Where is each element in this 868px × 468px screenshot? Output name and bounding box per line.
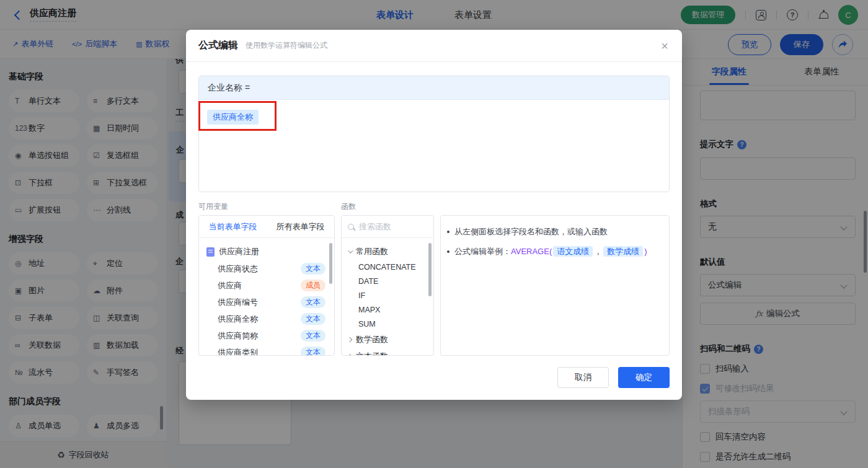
variable-type-badge: 文本 bbox=[301, 263, 326, 275]
bullet-dot bbox=[447, 231, 450, 233]
expand-chevron-icon bbox=[347, 337, 352, 342]
example-field-chip: 数学成绩 bbox=[603, 246, 643, 257]
formula-editor: 企业名称 = 供应商全称 bbox=[198, 76, 670, 192]
variable-name: 供应商状态 bbox=[218, 263, 258, 275]
expand-chevron-icon bbox=[347, 353, 352, 356]
variable-row[interactable]: 供应商编号 文本 bbox=[199, 294, 334, 311]
variables-panel: 当前表单字段 所有表单字段 供应商注册 供应商状态 文本 bbox=[198, 215, 335, 356]
variable-type-badge: 文本 bbox=[301, 313, 326, 325]
variables-root-label: 供应商注册 bbox=[219, 246, 259, 257]
variable-row[interactable]: 供应商全称 文本 bbox=[199, 311, 334, 327]
function-tree-row[interactable]: SUM bbox=[342, 317, 433, 331]
form-document-icon bbox=[206, 247, 215, 257]
functions-panel: 常用函数 CONCATENATE DATE IF bbox=[341, 215, 434, 356]
formula-field-chip[interactable]: 供应商全称 bbox=[207, 110, 259, 125]
tab-all-form-fields[interactable]: 所有表单字段 bbox=[267, 216, 334, 237]
functions-tree: 常用函数 CONCATENATE DATE IF bbox=[342, 238, 433, 356]
function-tree-row[interactable]: MAPX bbox=[342, 302, 433, 317]
formula-help-panel: 从左侧面板选择字段名和函数，或输入函数 公式编辑举例：AVERAGE(语文成绩，… bbox=[440, 215, 670, 356]
variable-name: 供应商编号 bbox=[218, 297, 258, 308]
variable-type-badge: 文本 bbox=[301, 296, 326, 308]
help-tip-2: 公式编辑举例：AVERAGE(语文成绩，数学成绩) bbox=[447, 245, 660, 258]
example-field-chip: 语文成绩 bbox=[553, 246, 593, 257]
variables-tabs: 当前表单字段 所有表单字段 bbox=[199, 216, 334, 238]
modal-subtitle: 使用数学运算符编辑公式 bbox=[246, 40, 327, 51]
modal-header: 公式编辑 使用数学运算符编辑公式 × bbox=[186, 30, 682, 62]
help-tip-1-text: 从左侧面板选择字段名和函数，或输入函数 bbox=[454, 226, 608, 238]
modal-footer: 取消 确定 bbox=[557, 367, 670, 388]
close-icon[interactable]: × bbox=[661, 40, 668, 52]
function-tree-row[interactable]: 常用函数 bbox=[342, 243, 433, 260]
variables-root-node[interactable]: 供应商注册 bbox=[199, 243, 334, 260]
variables-rows: 供应商状态 文本 供应商 成员 供应商编号 文本 bbox=[199, 260, 334, 356]
variables-scrollbar-thumb[interactable] bbox=[329, 243, 332, 284]
variable-type-badge: 文本 bbox=[301, 330, 326, 342]
function-row-label: 常用函数 bbox=[356, 246, 388, 257]
example-function-open: AVERAGE( bbox=[511, 247, 552, 256]
functions-scrollbar-thumb[interactable] bbox=[428, 243, 432, 296]
example-function-close: ) bbox=[644, 247, 647, 256]
variable-row[interactable]: 供应商简称 文本 bbox=[199, 327, 334, 344]
variable-row[interactable]: 供应商类别 文本 bbox=[199, 344, 334, 356]
variables-label: 可用变量 bbox=[198, 201, 228, 212]
variable-name: 供应商 bbox=[218, 280, 242, 291]
function-row-label: CONCATENATE bbox=[358, 263, 416, 272]
function-tree-row[interactable]: IF bbox=[342, 288, 433, 302]
function-tree-row[interactable]: DATE bbox=[342, 274, 433, 288]
variable-name: 供应商全称 bbox=[218, 314, 258, 325]
variable-row[interactable]: 供应商 成员 bbox=[199, 277, 334, 294]
expand-chevron-icon bbox=[348, 248, 353, 253]
app-window: 供应商注册 表单设计 表单设置 数据管理 ? C ↗ 表单外链 bbox=[0, 0, 868, 468]
tab-current-form-fields[interactable]: 当前表单字段 bbox=[199, 216, 267, 237]
variable-type-badge: 文本 bbox=[301, 347, 326, 356]
function-row-label: SUM bbox=[358, 320, 376, 329]
variables-tree: 供应商注册 供应商状态 文本 供应商 成员 bbox=[199, 238, 334, 356]
bullet-dot bbox=[447, 250, 450, 253]
functions-label: 函数 bbox=[341, 201, 356, 212]
variable-name: 供应商类别 bbox=[218, 347, 258, 356]
function-tree-row[interactable]: CONCATENATE bbox=[342, 260, 433, 274]
function-search-input[interactable] bbox=[359, 222, 421, 231]
search-icon bbox=[348, 224, 354, 230]
formula-editor-modal: 公式编辑 使用数学运算符编辑公式 × 企业名称 = 供应商全称 可用变量 函数 … bbox=[186, 30, 682, 400]
function-row-label: MAPX bbox=[358, 306, 380, 314]
confirm-button[interactable]: 确定 bbox=[618, 367, 670, 388]
function-row-label: IF bbox=[358, 291, 365, 300]
function-row-label: DATE bbox=[358, 277, 378, 286]
function-tree-row[interactable]: 数学函数 bbox=[342, 331, 433, 348]
help-tip-1: 从左侧面板选择字段名和函数，或输入函数 bbox=[447, 226, 660, 238]
function-search bbox=[342, 216, 433, 238]
formula-target: 企业名称 = bbox=[199, 76, 669, 100]
example-comma: ， bbox=[594, 247, 602, 256]
formula-input-area[interactable]: 供应商全称 bbox=[199, 100, 669, 192]
cancel-button[interactable]: 取消 bbox=[557, 367, 609, 388]
variable-name: 供应商简称 bbox=[218, 330, 258, 342]
modal-title: 公式编辑 bbox=[198, 39, 238, 52]
function-tree-row[interactable]: 文本函数 bbox=[342, 348, 433, 356]
function-row-label: 数学函数 bbox=[356, 334, 388, 345]
variable-row[interactable]: 供应商状态 文本 bbox=[199, 260, 334, 277]
help-example: 公式编辑举例：AVERAGE(语文成绩，数学成绩) bbox=[454, 245, 647, 258]
example-prefix: 公式编辑举例： bbox=[454, 247, 511, 256]
function-row-label: 文本函数 bbox=[356, 351, 388, 356]
variable-type-badge: 成员 bbox=[301, 280, 326, 291]
